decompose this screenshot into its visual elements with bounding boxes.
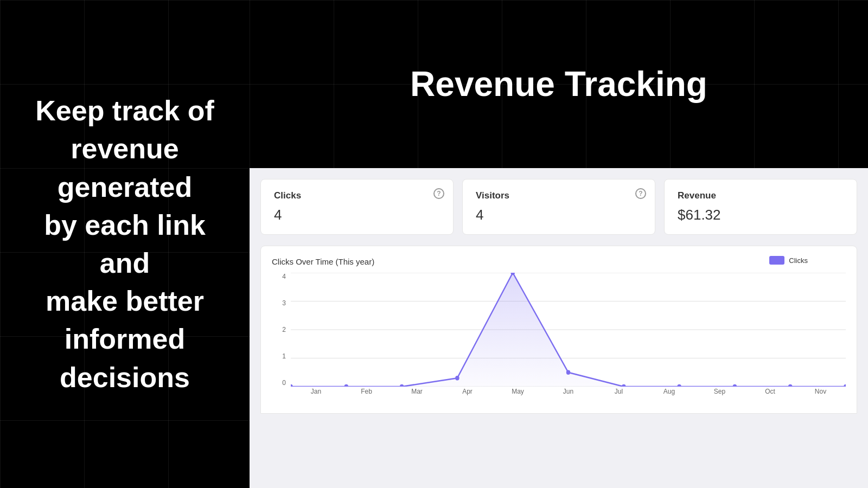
y-label-4: 4	[272, 273, 288, 280]
chart-legend: Clicks	[769, 256, 808, 265]
y-label-3: 3	[272, 299, 288, 307]
dot-jun	[566, 370, 570, 375]
dot-feb	[344, 384, 348, 387]
top-section: Revenue Tracking	[250, 0, 868, 168]
dot-aug	[677, 384, 681, 387]
clicks-value: 4	[274, 207, 440, 223]
clicks-label: Clicks	[274, 190, 440, 201]
x-label-may: May	[493, 388, 543, 403]
x-axis-labels: Jan Feb Mar Apr May Jun Jul Aug Sep Oct …	[291, 388, 846, 403]
text-line4: make better	[16, 282, 233, 320]
text-line2: revenue generated	[16, 130, 233, 206]
chart-container: 0 1 2 3 4	[272, 273, 846, 403]
revenue-value: $61.32	[678, 207, 844, 223]
clicks-card: ? Clicks 4	[260, 179, 454, 235]
dot-mar	[400, 384, 404, 387]
text-line5: informed decisions	[16, 320, 233, 396]
x-label-aug: Aug	[644, 388, 694, 403]
dashboard-section: ? Clicks 4 ? Visitors 4 Revenue $61.32 C…	[250, 168, 868, 488]
dot-apr	[455, 376, 459, 380]
chart-section: Clicks Over Time (This year) Clicks 0 1 …	[260, 246, 857, 414]
dot-jan	[291, 384, 293, 387]
x-label-nov: Nov	[795, 388, 846, 403]
y-label-0: 0	[272, 379, 288, 387]
page-title: Revenue Tracking	[410, 64, 707, 104]
dot-oct	[788, 384, 792, 387]
chart-svg	[291, 273, 846, 387]
legend-label: Clicks	[789, 256, 808, 265]
left-panel: Keep track of revenue generated by each …	[0, 0, 250, 488]
y-axis: 0 1 2 3 4	[272, 273, 288, 387]
dot-sep	[733, 384, 737, 387]
y-label-1: 1	[272, 352, 288, 360]
legend-color-box	[769, 256, 784, 265]
revenue-card: Revenue $61.32	[664, 179, 857, 235]
text-line3: by each link and	[16, 206, 233, 282]
revenue-label: Revenue	[678, 190, 844, 201]
x-label-mar: Mar	[392, 388, 442, 403]
text-line1: Keep track of	[16, 92, 233, 130]
x-label-apr: Apr	[442, 388, 493, 403]
visitors-label: Visitors	[476, 190, 642, 201]
dot-nov	[844, 384, 846, 387]
right-panel: Revenue Tracking ? Clicks 4 ? Visitors 4…	[250, 0, 868, 488]
x-label-jul: Jul	[593, 388, 644, 403]
clicks-help-icon[interactable]: ?	[433, 188, 444, 199]
x-label-feb: Feb	[341, 388, 392, 403]
chart-svg-wrap	[291, 273, 846, 387]
x-label-jun: Jun	[543, 388, 593, 403]
dot-jul	[622, 384, 626, 387]
chart-title: Clicks Over Time (This year)	[272, 257, 846, 266]
left-text: Keep track of revenue generated by each …	[16, 92, 233, 396]
x-label-oct: Oct	[745, 388, 795, 403]
x-label-jan: Jan	[291, 388, 341, 403]
visitors-value: 4	[476, 207, 642, 223]
visitors-card: ? Visitors 4	[462, 179, 655, 235]
y-label-2: 2	[272, 326, 288, 333]
x-label-sep: Sep	[694, 388, 745, 403]
visitors-help-icon[interactable]: ?	[635, 188, 646, 199]
stats-row: ? Clicks 4 ? Visitors 4 Revenue $61.32	[260, 179, 857, 235]
